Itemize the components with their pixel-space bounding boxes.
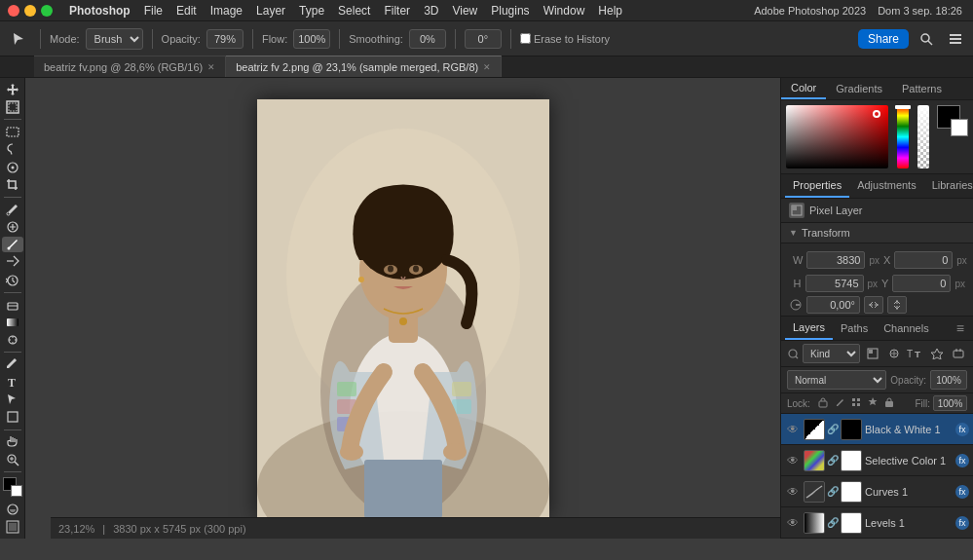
marquee-tool[interactable]	[2, 124, 23, 139]
adjustments-tab[interactable]: Adjustments	[849, 174, 924, 198]
erase-to-history-checkbox[interactable]	[520, 33, 531, 44]
canvas-area[interactable]: 23,12% | 3830 px x 5745 px (300 ppi)	[25, 78, 780, 539]
libraries-tab[interactable]: Libraries	[924, 174, 973, 198]
eyedropper-tool[interactable]	[2, 202, 23, 217]
opacity-input[interactable]	[206, 29, 243, 49]
flip-h-button[interactable]	[864, 296, 883, 314]
layer-row-levels[interactable]: 👁 🔗 Levels 1 fx	[781, 507, 973, 539]
shape-tool[interactable]	[2, 409, 23, 425]
lock-pixels-icon[interactable]	[816, 395, 830, 411]
hand-tool[interactable]	[2, 433, 23, 449]
heal-tool[interactable]	[2, 219, 23, 235]
app-name[interactable]: Photoshop	[62, 2, 137, 19]
fill-input[interactable]	[933, 395, 967, 411]
menu-plugins[interactable]: Plugins	[484, 2, 536, 19]
fg-bg-swatches[interactable]	[3, 477, 22, 497]
minimize-button[interactable]	[24, 5, 36, 17]
layer-vis-bw[interactable]: 👁	[785, 422, 801, 437]
menu-file[interactable]: File	[137, 2, 169, 19]
clone-tool[interactable]	[2, 254, 23, 270]
alpha-slider[interactable]	[917, 105, 929, 168]
extras-button[interactable]	[944, 27, 967, 51]
zoom-tool[interactable]	[2, 452, 23, 467]
menu-view[interactable]: View	[445, 2, 484, 19]
layer-row-curves[interactable]: 👁 🔗 Curves 1 fx	[781, 476, 973, 507]
opacity-row-input[interactable]	[930, 370, 967, 390]
lock-position-icon[interactable]	[866, 395, 879, 411]
type-tool[interactable]: T	[2, 374, 23, 390]
menu-edit[interactable]: Edit	[169, 2, 204, 19]
type-filter-btn[interactable]: T T	[907, 345, 924, 362]
paths-tab[interactable]: Paths	[833, 317, 876, 339]
channels-tab[interactable]: Channels	[876, 317, 936, 339]
layer-fx-curves[interactable]: fx	[955, 485, 969, 499]
menu-type[interactable]: Type	[292, 2, 331, 19]
path-select-tool[interactable]	[2, 392, 23, 407]
layer-vis-sc[interactable]: 👁	[785, 453, 801, 468]
menu-help[interactable]: Help	[591, 2, 629, 19]
flow-input[interactable]	[293, 29, 330, 49]
shape-filter-btn[interactable]	[928, 345, 946, 362]
tab2-close[interactable]: ✕	[483, 62, 491, 72]
screen-mode-tool[interactable]	[2, 519, 23, 535]
y-input[interactable]	[892, 275, 951, 292]
menu-layer[interactable]: Layer	[249, 2, 292, 19]
angle-input[interactable]	[465, 29, 502, 49]
tab-beatriz1[interactable]: beatriz fv.png @ 28,6% (RGB/16) ✕	[34, 56, 226, 77]
menu-3d[interactable]: 3D	[417, 2, 445, 19]
smart-filter-btn[interactable]	[950, 345, 967, 362]
share-button[interactable]: Share	[858, 29, 909, 49]
tab1-close[interactable]: ✕	[207, 62, 215, 72]
kind-filter-select[interactable]: Kind	[803, 344, 860, 363]
layer-fx-sc[interactable]: fx	[955, 454, 969, 467]
dodge-tool[interactable]	[2, 332, 23, 348]
width-input[interactable]	[806, 251, 865, 269]
artboard-tool[interactable]	[2, 99, 23, 115]
lasso-tool[interactable]	[2, 141, 23, 157]
color-tab[interactable]: Color	[781, 78, 826, 99]
crop-tool[interactable]	[2, 177, 23, 193]
smoothing-input[interactable]	[409, 29, 446, 49]
layers-tab[interactable]: Layers	[785, 317, 833, 340]
layer-fx-levels[interactable]: fx	[955, 516, 969, 530]
layer-row-bw[interactable]: 👁 🔗 Black & White 1 fx	[781, 414, 973, 445]
move-tool[interactable]	[2, 82, 23, 97]
menu-image[interactable]: Image	[204, 2, 249, 19]
pixel-filter-btn[interactable]	[864, 345, 881, 362]
eraser-tool[interactable]	[2, 296, 23, 312]
adjustment-filter-btn[interactable]	[885, 345, 903, 362]
object-select-tool[interactable]	[2, 160, 23, 175]
x-input[interactable]	[894, 251, 953, 269]
history-tool[interactable]	[2, 273, 23, 288]
angle-rotate-input[interactable]	[806, 296, 860, 314]
layer-vis-curves[interactable]: 👁	[785, 484, 801, 500]
bg-swatch[interactable]	[951, 119, 968, 136]
layers-menu-button[interactable]: ≡	[952, 318, 969, 338]
menu-window[interactable]: Window	[537, 2, 592, 19]
layer-fx-bw[interactable]: fx	[955, 423, 969, 436]
background-color[interactable]	[11, 485, 22, 497]
layer-vis-levels[interactable]: 👁	[785, 515, 801, 531]
menu-select[interactable]: Select	[331, 2, 377, 19]
lock-draw-icon[interactable]	[833, 395, 846, 411]
lock-artboards-icon[interactable]	[849, 395, 863, 411]
height-input[interactable]	[805, 275, 864, 292]
flip-v-button[interactable]	[887, 296, 907, 314]
color-gradient-picker[interactable]	[786, 105, 888, 168]
blend-mode-select[interactable]: Normal	[787, 370, 886, 390]
gradient-tool[interactable]	[2, 315, 23, 330]
search-button[interactable]	[915, 27, 938, 51]
transform-section-header[interactable]: ▼ Transform	[781, 223, 973, 243]
tool-arrow[interactable]	[6, 27, 31, 51]
layer-row-sc[interactable]: 👁 🔗 Selective Color 1 fx	[781, 445, 973, 476]
erase-to-history-label[interactable]: Erase to History	[520, 33, 610, 45]
patterns-tab[interactable]: Patterns	[892, 79, 952, 98]
mode-select[interactable]: Brush	[86, 28, 143, 50]
pen-tool[interactable]	[2, 356, 23, 372]
close-button[interactable]	[8, 5, 19, 17]
properties-tab[interactable]: Properties	[785, 174, 849, 198]
tab-beatriz2[interactable]: beatriz fv 2.png @ 23,1% (sample merged,…	[226, 56, 502, 77]
lock-all-icon[interactable]	[882, 395, 896, 411]
quick-mask-tool[interactable]	[2, 501, 23, 516]
menu-filter[interactable]: Filter	[377, 2, 417, 19]
